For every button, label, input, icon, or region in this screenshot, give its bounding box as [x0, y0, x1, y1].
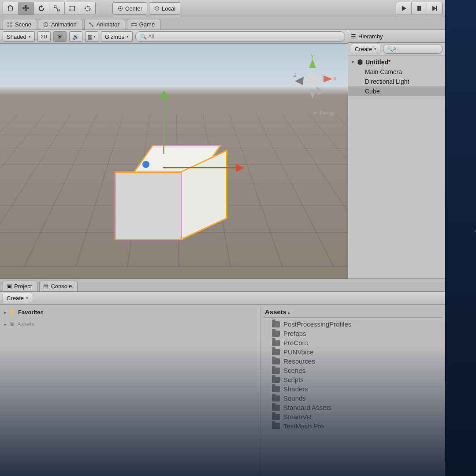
hierarchy-toolbar: Create▾ 🔍All: [348, 43, 445, 56]
folder-row[interactable]: ProCore: [263, 338, 443, 347]
tab-game[interactable]: Game: [127, 19, 160, 30]
folder-row[interactable]: SteamVR: [263, 412, 443, 421]
hierarchy-item[interactable]: Cube: [348, 86, 445, 96]
hierarchy-item[interactable]: Main Camera: [348, 67, 445, 77]
bottom-panels: ▣ Project ▤ Console Create▾ ▸★ Favorites…: [0, 279, 445, 476]
scene-search[interactable]: 🔍 All: [135, 31, 345, 42]
pivot-center-toggle[interactable]: Center: [112, 2, 147, 15]
hierarchy-search[interactable]: 🔍All: [383, 44, 443, 54]
folder-row[interactable]: Sounds: [263, 394, 443, 403]
folder-row[interactable]: PostProcessingProfiles: [263, 320, 443, 329]
folder-row[interactable]: PUNVoice: [263, 347, 443, 357]
svg-rect-7: [86, 7, 90, 11]
svg-rect-0: [54, 6, 56, 8]
orientation-gizmo[interactable]: y x z: [286, 52, 339, 105]
shading-label: Shaded: [7, 33, 26, 40]
folder-row[interactable]: TextMesh Pro: [263, 421, 443, 431]
folder-icon: [272, 377, 280, 383]
folder-row[interactable]: Prefabs: [263, 329, 443, 338]
folder-icon: [272, 395, 280, 402]
lighting-toggle[interactable]: ☀: [53, 31, 67, 42]
scale-tool-button[interactable]: [49, 2, 65, 15]
folder-icon: [272, 358, 280, 364]
scene-viewport[interactable]: y x z ⇐ Persp: [0, 44, 348, 279]
folder-row[interactable]: Standard Assets: [263, 403, 443, 412]
gizmo-z-axis[interactable]: [142, 161, 149, 168]
tab-scene-label: Scene: [15, 21, 31, 28]
audio-icon: 🔊: [72, 33, 79, 40]
main-toolbar: Center Local: [0, 0, 445, 17]
bottom-tabs: ▣ Project ▤ Console: [0, 279, 445, 292]
unified-tool-button[interactable]: [80, 2, 95, 15]
step-button[interactable]: [427, 2, 442, 15]
hierarchy-icon: ☰: [351, 33, 356, 40]
project-left-column: ▸★ Favorites ▸▣ Assets: [0, 305, 260, 476]
scene-toolbar: Shaded▾ 2D ☀ 🔊 ▧▾ Gizmos▾ 🔍 All: [0, 30, 348, 44]
svg-marker-17: [324, 75, 332, 82]
star-icon: ★: [9, 308, 15, 316]
cube-front-face: [115, 171, 183, 240]
scene-tabs: Scene Animation Animator Game: [0, 17, 445, 30]
folder-label: SteamVR: [283, 413, 312, 420]
folder-row[interactable]: Scripts: [263, 375, 443, 384]
rect-tool-button[interactable]: [65, 2, 80, 15]
play-controls-group: [396, 2, 443, 15]
tab-console[interactable]: ▤ Console: [39, 281, 78, 291]
folder-row[interactable]: Shaders: [263, 384, 443, 394]
gizmo-y-axis[interactable]: [163, 97, 164, 154]
search-icon: 🔍: [387, 46, 393, 52]
svg-rect-12: [436, 6, 437, 11]
move-tool-button[interactable]: [19, 2, 34, 15]
tab-project[interactable]: ▣ Project: [3, 281, 37, 291]
fx-toggle[interactable]: ▧▾: [85, 31, 98, 42]
assets-tree-row[interactable]: ▸▣ Assets: [4, 321, 256, 327]
tab-animator[interactable]: Animator: [84, 19, 125, 30]
shading-dropdown[interactable]: Shaded▾: [3, 31, 35, 42]
search-icon: 🔍: [140, 33, 147, 40]
space-local-label: Local: [162, 5, 175, 12]
pause-button[interactable]: [412, 2, 427, 15]
tab-animation-label: Animation: [51, 21, 77, 28]
hierarchy-root[interactable]: ▼ Untitled*: [348, 57, 445, 67]
hierarchy-root-label: Untitled*: [365, 59, 391, 66]
folder-label: Scenes: [283, 367, 305, 374]
svg-marker-16: [309, 59, 316, 68]
axis-y-label: y: [311, 53, 314, 59]
folder-list: PostProcessingProfilesPrefabsProCorePUNV…: [263, 318, 443, 431]
2d-toggle[interactable]: 2D: [37, 31, 51, 42]
folder-row[interactable]: Scenes: [263, 366, 443, 375]
projection-label[interactable]: ⇐ Persp: [313, 110, 335, 116]
breadcrumb[interactable]: Assets ▸: [263, 306, 443, 318]
image-icon: ▧: [87, 33, 93, 40]
hierarchy-create-dropdown[interactable]: Create▾: [351, 44, 380, 54]
svg-rect-2: [70, 7, 75, 10]
folder-label: Resources: [283, 357, 315, 365]
unity-icon: [357, 59, 364, 66]
tab-scene[interactable]: Scene: [3, 19, 37, 30]
svg-point-8: [119, 7, 121, 9]
audio-toggle[interactable]: 🔊: [69, 31, 82, 42]
svg-rect-10: [417, 6, 419, 11]
project-create-label: Create: [7, 295, 24, 301]
tab-project-label: Project: [14, 283, 32, 290]
favorites-label: Favorites: [18, 309, 44, 316]
hierarchy-tree: ▼ Untitled* Main CameraDirectional Light…: [348, 56, 445, 279]
project-create-dropdown[interactable]: Create▾: [3, 293, 32, 303]
folder-row[interactable]: Resources: [263, 357, 443, 366]
selected-cube[interactable]: [132, 145, 229, 242]
play-button[interactable]: [396, 2, 412, 15]
hand-tool-button[interactable]: [3, 2, 19, 15]
folder-label: ProCore: [283, 339, 308, 346]
folder-label: PUNVoice: [283, 348, 313, 356]
favorites-row[interactable]: ▸★ Favorites: [4, 308, 256, 316]
gizmos-label: Gizmos: [105, 33, 124, 40]
gizmo-x-axis[interactable]: [163, 167, 238, 168]
hierarchy-item[interactable]: Directional Light: [348, 77, 445, 86]
brand-label: Agaté: [473, 229, 476, 266]
tab-animation[interactable]: Animation: [39, 19, 82, 30]
folder-icon: [272, 331, 280, 337]
space-local-toggle[interactable]: Local: [149, 2, 180, 15]
gizmos-dropdown[interactable]: Gizmos▾: [101, 31, 133, 42]
2d-label: 2D: [41, 34, 47, 39]
rotate-tool-button[interactable]: [34, 2, 49, 15]
